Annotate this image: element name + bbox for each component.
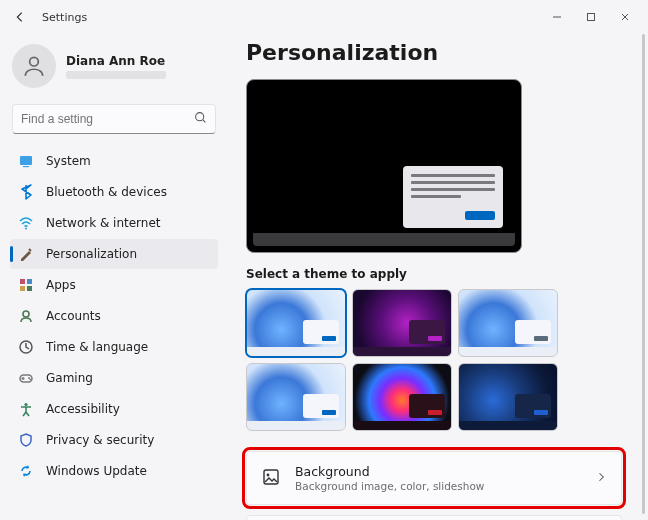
sidebar-item-access[interactable]: Accessibility [10,394,218,424]
sidebar-item-label: Gaming [46,371,93,385]
theme-grid [246,289,558,431]
svg-point-15 [24,403,27,406]
svg-rect-8 [20,286,25,291]
card-subtitle: Background image, color, slideshow [295,480,484,492]
theme-bloom-light-3[interactable] [246,363,346,431]
sidebar-item-label: Personalization [46,247,137,261]
time-icon [18,339,34,355]
sidebar-item-label: Bluetooth & devices [46,185,167,199]
sidebar-item-system[interactable]: System [10,146,218,176]
sidebar-item-label: Apps [46,278,76,292]
sidebar-item-apps[interactable]: Apps [10,270,218,300]
privacy-icon [18,432,34,448]
svg-rect-0 [588,14,595,21]
search-box[interactable] [12,104,216,134]
svg-rect-7 [27,279,32,284]
sidebar-item-label: Privacy & security [46,433,154,447]
theme-bloom-light-2[interactable] [458,289,558,357]
sidebar-item-gaming[interactable]: Gaming [10,363,218,393]
chevron-right-icon [595,471,607,486]
back-button[interactable] [6,3,34,31]
theme-flower-dark[interactable] [352,363,452,431]
window-title: Settings [42,11,87,24]
system-icon [18,153,34,169]
page-title: Personalization [246,40,622,65]
svg-rect-9 [27,286,32,291]
update-icon [18,463,34,479]
scrollbar[interactable] [642,34,645,514]
sidebar-item-update[interactable]: Windows Update [10,456,218,486]
svg-rect-3 [20,156,32,165]
maximize-button[interactable] [574,3,608,31]
sidebar: Diana Ann Roe SystemBluetooth & devicesN… [0,34,222,520]
access-icon [18,401,34,417]
background-icon [261,467,281,490]
sidebar-item-label: Time & language [46,340,148,354]
sidebar-item-time[interactable]: Time & language [10,332,218,362]
search-input[interactable] [21,112,194,126]
personalize-icon [18,246,34,262]
user-email-placeholder [66,71,166,79]
svg-point-17 [267,473,270,476]
preview-taskbar [253,233,515,246]
desktop-preview [246,79,522,253]
sidebar-item-network[interactable]: Network & internet [10,208,218,238]
preview-window [403,166,503,228]
gaming-icon [18,370,34,386]
apps-icon [18,277,34,293]
sidebar-item-label: Windows Update [46,464,147,478]
sidebar-item-label: Accessibility [46,402,120,416]
sidebar-item-accounts[interactable]: Accounts [10,301,218,331]
user-header[interactable]: Diana Ann Roe [10,38,218,98]
svg-point-10 [23,311,29,317]
bluetooth-icon [18,184,34,200]
sidebar-item-bluetooth[interactable]: Bluetooth & devices [10,177,218,207]
svg-point-13 [28,377,30,379]
nav-list: SystemBluetooth & devicesNetwork & inter… [10,146,218,486]
user-name: Diana Ann Roe [66,54,166,68]
svg-point-14 [29,378,31,380]
sidebar-item-label: System [46,154,91,168]
setting-card-background[interactable]: BackgroundBackground image, color, slide… [246,451,622,505]
svg-rect-6 [20,279,25,284]
setting-card-colors[interactable]: ColorsAccent color, transparency effects… [246,515,622,520]
minimize-button[interactable] [540,3,574,31]
accounts-icon [18,308,34,324]
svg-rect-4 [23,166,29,167]
svg-rect-16 [264,470,278,484]
svg-point-2 [196,113,204,121]
sidebar-item-privacy[interactable]: Privacy & security [10,425,218,455]
title-bar: Settings [0,0,648,34]
theme-purple-dark[interactable] [352,289,452,357]
search-icon [194,111,207,127]
network-icon [18,215,34,231]
avatar [12,44,56,88]
theme-section-header: Select a theme to apply [246,267,622,281]
sidebar-item-personalize[interactable]: Personalization [10,239,218,269]
sidebar-item-label: Accounts [46,309,101,323]
svg-point-5 [25,228,27,230]
close-button[interactable] [608,3,642,31]
theme-bloom-dark[interactable] [458,363,558,431]
card-title: Background [295,464,484,479]
theme-bloom-light-1[interactable] [246,289,346,357]
sidebar-item-label: Network & internet [46,216,161,230]
svg-point-1 [30,57,39,66]
main-panel: Personalization Select a theme to apply … [222,34,648,520]
